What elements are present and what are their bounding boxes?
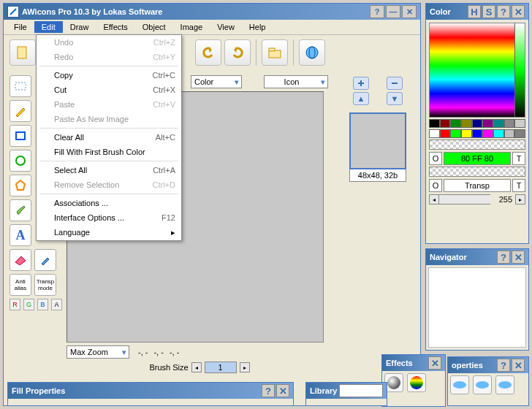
swatch[interactable] [450,129,461,138]
fill-help-button[interactable]: ? [262,384,275,397]
swatch-row-2 [429,129,525,138]
alpha-slider[interactable] [439,194,490,204]
swatch[interactable] [514,119,525,128]
brush-dec[interactable]: ◂ [191,362,202,372]
next-format-button[interactable]: ▼ [387,92,403,105]
swatch[interactable] [461,129,472,138]
folder-button[interactable] [262,39,288,66]
add-format-button[interactable] [353,77,369,90]
swatch[interactable] [493,119,504,128]
menu-object[interactable]: Object [135,21,173,33]
antialias-toggle[interactable]: Anti alias [10,274,31,296]
menu-file[interactable]: File [7,21,34,33]
color-t-1[interactable]: T [512,152,525,165]
channel-g[interactable]: G [23,299,34,310]
color-help-button[interactable]: ? [497,5,510,18]
props-close-button[interactable]: ✕ [512,359,525,372]
swatch[interactable] [493,129,504,138]
text-tool[interactable]: A [10,224,31,246]
menu-image[interactable]: Image [173,21,210,33]
remove-format-button[interactable] [387,77,403,90]
swatch[interactable] [504,129,515,138]
icon-preview[interactable] [349,112,406,169]
select-tool[interactable] [10,75,31,97]
color-transp-label[interactable]: Transp [444,179,511,192]
swatch[interactable] [440,119,451,128]
menu-associations-[interactable]: Associations ... [37,196,181,210]
eyedropper-tool[interactable] [34,249,56,271]
swatch[interactable] [514,129,525,138]
swatch[interactable] [461,119,472,128]
menu-copy[interactable]: CopyCtrl+C [37,68,181,83]
color-h-button[interactable]: H [468,5,481,18]
effects-close-button[interactable]: ✕ [428,356,441,370]
menu-cut[interactable]: CutCtrl+X [37,83,181,97]
menu-select-all[interactable]: Select AllCtrl+A [37,163,181,177]
preview-panel: ▲ ▼ 48x48, 32b [341,77,414,182]
view-combo[interactable]: Icon [264,75,328,88]
color-s-button[interactable]: S [482,5,495,18]
prop-pill-1[interactable] [450,375,469,394]
props-titlebar: operties ? ✕ [448,357,528,373]
rect-tool[interactable] [10,125,31,147]
channel-b[interactable]: B [37,299,48,310]
zoom-combo[interactable]: Max Zoom [66,345,129,359]
swatch[interactable] [472,119,483,128]
menu-edit[interactable]: Edit [34,21,63,33]
svg-rect-6 [16,132,25,139]
prop-pill-3[interactable] [495,375,514,394]
prop-pill-2[interactable] [473,375,492,394]
undo-button[interactable] [195,39,221,66]
color-close-button[interactable]: ✕ [512,5,525,18]
lib-count[interactable]: 85 [339,384,383,397]
ellipse-tool[interactable] [10,150,31,172]
channel-r[interactable]: R [10,299,20,310]
help-button[interactable]: ? [370,5,384,18]
fill-close-button[interactable]: ✕ [276,384,289,397]
swatch[interactable] [450,119,461,128]
menu-draw[interactable]: Draw [63,21,96,33]
swatch[interactable] [504,119,515,128]
hue-strip[interactable] [514,23,525,117]
menu-interface-options-[interactable]: Interface Options ...F12 [37,210,181,225]
effect-gradient[interactable] [407,373,426,392]
brush-tool[interactable] [10,199,31,221]
brush-value[interactable]: 1 [205,362,237,373]
swatch[interactable] [482,119,493,128]
swatch[interactable] [429,129,440,138]
pencil-tool[interactable] [10,100,31,122]
new-button[interactable] [10,39,36,66]
alpha-dec[interactable]: ◂ [429,194,439,204]
close-button[interactable]: ✕ [402,5,417,18]
swatch[interactable] [440,129,451,138]
menu-fill-with-first-brush-color[interactable]: Fill With First Brush Color [37,145,181,159]
channel-a[interactable]: A [51,299,62,310]
prev-format-button[interactable]: ▲ [353,92,369,105]
swatch[interactable] [472,129,483,138]
eraser-tool[interactable] [10,249,31,271]
color-o-1[interactable]: O [429,152,442,165]
brush-inc[interactable]: ▸ [240,362,250,372]
swatch[interactable] [482,129,493,138]
color-t-2[interactable]: T [512,179,525,192]
swatch[interactable] [429,119,440,128]
menu-help[interactable]: Help [242,21,273,33]
minimize-button[interactable]: — [386,5,400,18]
alpha-inc[interactable]: ▸ [515,194,525,204]
navigator-view[interactable] [428,267,526,348]
transpmode-toggle[interactable]: Transp mode [34,274,56,296]
color-o-2[interactable]: O [429,179,442,192]
nav-help-button[interactable]: ? [497,251,510,264]
color-picker[interactable] [429,23,525,118]
menu-clear-all[interactable]: Clear AllAlt+C [37,130,181,145]
nav-close-button[interactable]: ✕ [512,251,525,264]
menu-view[interactable]: View [210,21,242,33]
redo-button[interactable] [224,39,251,66]
mode-combo[interactable]: Color [191,75,242,88]
polygon-tool[interactable] [10,175,31,196]
menu-effects[interactable]: Effects [96,21,134,33]
menu-language[interactable]: Language▸ [37,225,181,240]
color-hex[interactable]: 80 FF 80 [444,152,511,165]
web-button[interactable] [299,39,325,66]
props-help-button[interactable]: ? [497,359,510,372]
